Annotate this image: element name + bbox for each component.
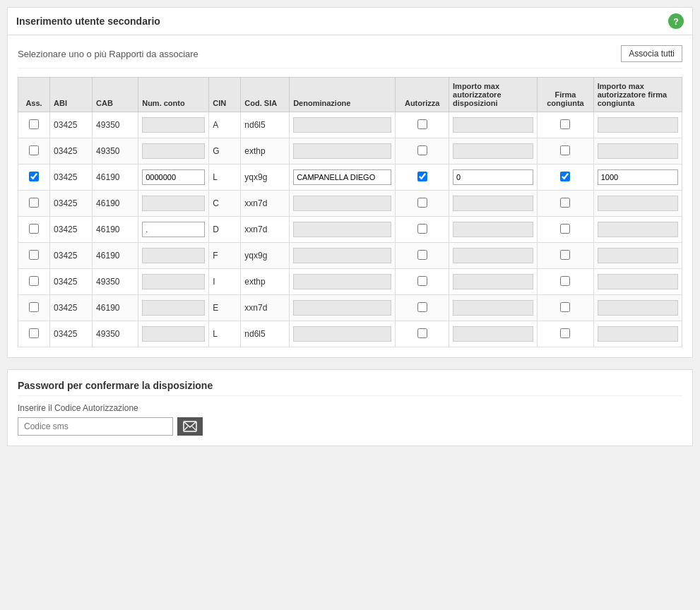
cell-codsia: yqx9g [241, 165, 290, 191]
table-row: 0342546190Exxn7d [18, 295, 682, 321]
row-checkbox-firma[interactable] [560, 302, 570, 312]
cell-cin: L [209, 165, 241, 191]
input-importomaxfirma[interactable] [598, 222, 678, 237]
cell-cab: 46190 [93, 191, 138, 217]
input-denominazione[interactable] [293, 274, 391, 289]
cell-codsia: xxn7d [241, 217, 290, 243]
cell-codsia: yqx9g [241, 243, 290, 269]
input-importomaxfirma[interactable] [598, 196, 678, 211]
table-row: 0342549350Gexthp [18, 138, 682, 165]
input-importomax[interactable] [453, 222, 533, 237]
row-checkbox-autorizza[interactable] [417, 172, 427, 181]
svg-line-1 [184, 426, 188, 430]
row-checkbox-ass[interactable] [29, 198, 39, 208]
table-row: 0342549350Iexthp [18, 269, 682, 295]
input-denominazione[interactable] [293, 169, 391, 185]
input-importomaxfirma[interactable] [598, 117, 678, 133]
row-checkbox-firma[interactable] [560, 276, 570, 286]
cell-denominazione [290, 165, 396, 191]
input-importomaxfirma[interactable] [598, 248, 678, 263]
input-importomax[interactable] [453, 196, 533, 211]
input-importomax[interactable] [453, 169, 533, 185]
input-numconto[interactable] [142, 300, 205, 316]
input-numconto[interactable] [142, 196, 205, 211]
input-importomaxfirma[interactable] [598, 169, 678, 185]
row-checkbox-autorizza[interactable] [417, 328, 427, 338]
input-importomax[interactable] [453, 143, 533, 159]
row-checkbox-ass[interactable] [29, 302, 39, 312]
row-checkbox-ass[interactable] [29, 224, 39, 234]
cell-denominazione [290, 217, 396, 243]
input-denominazione[interactable] [293, 143, 391, 159]
sms-input-row [18, 417, 682, 436]
row-checkbox-ass[interactable] [29, 172, 39, 181]
row-checkbox-firma[interactable] [560, 119, 570, 129]
col-header-importomaxfirma: Importo max autorizzatore firma congiunt… [593, 78, 682, 112]
col-header-autorizza: Autorizza [396, 78, 449, 112]
row-checkbox-firma[interactable] [560, 250, 570, 260]
input-importomaxfirma[interactable] [598, 274, 678, 289]
associa-tutti-button[interactable]: Associa tutti [621, 45, 682, 62]
input-denominazione[interactable] [293, 222, 391, 237]
row-checkbox-ass[interactable] [29, 119, 39, 129]
cell-cin: G [209, 138, 241, 165]
cell-numconto [138, 243, 209, 269]
input-importomax[interactable] [453, 326, 533, 342]
row-checkbox-ass[interactable] [29, 145, 39, 155]
input-denominazione[interactable] [293, 117, 391, 133]
input-numconto[interactable] [142, 326, 205, 342]
cell-denominazione [290, 269, 396, 295]
input-numconto[interactable] [142, 222, 205, 237]
row-checkbox-autorizza[interactable] [417, 145, 427, 155]
cell-denominazione [290, 295, 396, 321]
sms-input[interactable] [18, 417, 173, 436]
table-row: 0342546190Cxxn7d [18, 191, 682, 217]
col-header-numconto: Num. conto [138, 78, 209, 112]
col-header-cin: CIN [209, 78, 241, 112]
cell-numconto [138, 138, 209, 165]
input-numconto[interactable] [142, 117, 205, 133]
help-icon[interactable]: ? [668, 13, 684, 29]
row-checkbox-autorizza[interactable] [417, 198, 427, 208]
input-importomax[interactable] [453, 117, 533, 133]
row-checkbox-autorizza[interactable] [417, 250, 427, 260]
col-header-ass: Ass. [18, 78, 50, 112]
row-checkbox-firma[interactable] [560, 328, 570, 338]
input-denominazione[interactable] [293, 326, 391, 342]
cell-codsia: nd6l5 [241, 321, 290, 347]
cell-cab: 46190 [93, 217, 138, 243]
col-header-cab: CAB [93, 78, 138, 112]
input-importomaxfirma[interactable] [598, 143, 678, 159]
cell-numconto [138, 295, 209, 321]
col-header-abi: ABI [50, 78, 93, 112]
input-importomax[interactable] [453, 248, 533, 263]
input-denominazione[interactable] [293, 300, 391, 316]
row-checkbox-firma[interactable] [560, 145, 570, 155]
row-checkbox-autorizza[interactable] [417, 119, 427, 129]
row-checkbox-firma[interactable] [560, 224, 570, 234]
row-checkbox-ass[interactable] [29, 250, 39, 260]
input-importomax[interactable] [453, 300, 533, 316]
input-denominazione[interactable] [293, 196, 391, 211]
row-checkbox-autorizza[interactable] [417, 224, 427, 234]
input-importomaxfirma[interactable] [598, 300, 678, 316]
table-row: 0342546190Dxxn7d [18, 217, 682, 243]
input-numconto[interactable] [142, 248, 205, 263]
input-numconto[interactable] [142, 143, 205, 159]
card-row-header: Selezionare uno o più Rapporti da associ… [18, 45, 682, 68]
input-importomax[interactable] [453, 274, 533, 289]
sms-send-button[interactable] [177, 417, 203, 436]
input-importomaxfirma[interactable] [598, 326, 678, 342]
input-numconto[interactable] [142, 169, 205, 185]
row-checkbox-ass[interactable] [29, 276, 39, 286]
input-numconto[interactable] [142, 274, 205, 289]
cell-denominazione [290, 321, 396, 347]
row-checkbox-firma[interactable] [560, 172, 570, 181]
row-checkbox-ass[interactable] [29, 328, 39, 338]
row-checkbox-firma[interactable] [560, 198, 570, 208]
table-row: 0342549350Lnd6l5 [18, 321, 682, 347]
row-checkbox-autorizza[interactable] [417, 302, 427, 312]
input-denominazione[interactable] [293, 248, 391, 263]
row-checkbox-autorizza[interactable] [417, 276, 427, 286]
cell-cin: A [209, 112, 241, 138]
